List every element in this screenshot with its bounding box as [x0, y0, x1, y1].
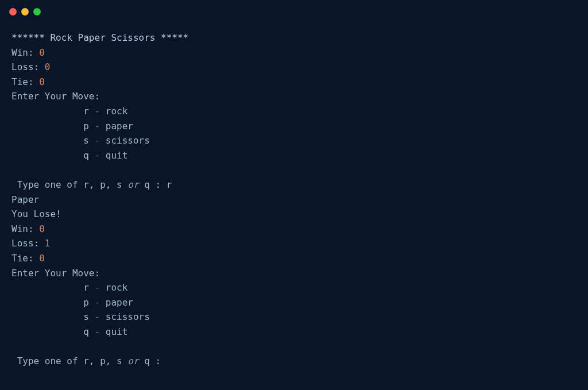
score-loss: Loss: 1: [11, 236, 577, 251]
input-prompt[interactable]: Type one of r, p, s or q :: [11, 354, 577, 369]
option-paper: p - paper: [11, 295, 577, 310]
score-tie: Tie: 0: [11, 75, 577, 90]
option-paper: p - paper: [11, 119, 577, 134]
option-quit: q - quit: [11, 148, 577, 163]
window-titlebar: [0, 0, 588, 20]
terminal-output: ****** Rock Paper Scissors ***** Win: 0 …: [0, 20, 588, 380]
input-prompt[interactable]: Type one of r, p, s or q : r: [11, 177, 577, 192]
option-scissors: s - scissors: [11, 310, 577, 325]
option-rock: r - rock: [11, 104, 577, 119]
blank-line: [11, 339, 577, 354]
blank-line: [11, 163, 577, 177]
option-rock: r - rock: [11, 280, 577, 295]
close-icon[interactable]: [9, 8, 17, 16]
score-tie: Tie: 0: [11, 251, 577, 266]
option-scissors: s - scissors: [11, 133, 577, 148]
game-title: ****** Rock Paper Scissors *****: [11, 30, 577, 45]
score-win: Win: 0: [11, 45, 577, 60]
maximize-icon[interactable]: [33, 8, 41, 16]
score-win: Win: 0: [11, 222, 577, 237]
option-quit: q - quit: [11, 325, 577, 339]
enter-move-prompt: Enter Your Move:: [11, 89, 577, 104]
minimize-icon[interactable]: [21, 8, 29, 16]
score-loss: Loss: 0: [11, 60, 577, 75]
result-text: You Lose!: [11, 207, 577, 222]
enter-move-prompt: Enter Your Move:: [11, 266, 577, 281]
computer-move: Paper: [11, 192, 577, 207]
